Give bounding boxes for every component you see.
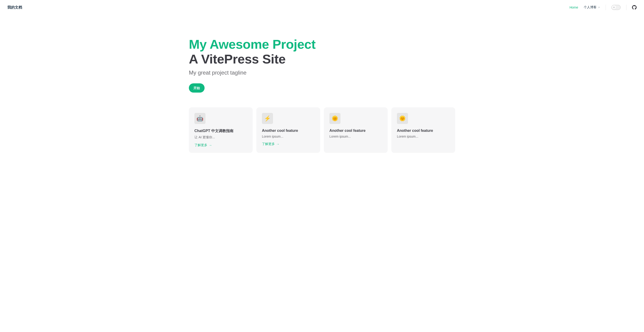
sun-face-icon: 🌞 bbox=[399, 115, 406, 122]
theme-toggle[interactable] bbox=[612, 5, 621, 10]
hero-section: My Awesome Project A VitePress Site My g… bbox=[189, 15, 455, 107]
feature-title: Another cool feature bbox=[262, 129, 314, 133]
feature-card[interactable]: 🌞 Another cool feature Lorem ipsum... bbox=[324, 107, 388, 153]
feature-title: Another cool feature bbox=[397, 129, 450, 133]
feature-details: 让 AI 更懂你... bbox=[194, 135, 247, 140]
nav-link-label: Home bbox=[570, 5, 578, 9]
feature-link-text: 了解更多 bbox=[262, 142, 275, 146]
feature-icon-box: ⚡ bbox=[262, 113, 273, 124]
feature-title: Another cool feature bbox=[330, 129, 382, 133]
feature-details: Lorem ipsum... bbox=[397, 135, 450, 138]
nav-link-home[interactable]: Home bbox=[570, 5, 578, 9]
feature-title: ChatGPT 中文调教指南 bbox=[194, 129, 247, 134]
arrow-right-icon: → bbox=[276, 142, 280, 146]
nav-link-blog[interactable]: 个人博客 bbox=[584, 5, 600, 9]
sun-face-icon: 🌞 bbox=[332, 115, 338, 122]
features-grid: 🤖 ChatGPT 中文调教指南 让 AI 更懂你... 了解更多 → ⚡ An… bbox=[189, 107, 455, 164]
feature-link[interactable]: 了解更多 → bbox=[194, 143, 247, 147]
hero-actions: 开始 bbox=[189, 83, 455, 93]
feature-details: Lorem ipsum... bbox=[262, 135, 314, 138]
hero-name: My Awesome Project bbox=[189, 37, 455, 52]
hero-text: A VitePress Site bbox=[189, 52, 455, 66]
nav-divider bbox=[626, 4, 626, 10]
feature-card[interactable]: ⚡ Another cool feature Lorem ipsum... 了解… bbox=[256, 107, 320, 153]
sun-icon bbox=[612, 6, 615, 9]
feature-card[interactable]: 🌞 Another cool feature Lorem ipsum... bbox=[391, 107, 455, 153]
top-nav: 我的文档 Home 个人博客 bbox=[0, 0, 644, 15]
feature-card[interactable]: 🤖 ChatGPT 中文调教指南 让 AI 更懂你... 了解更多 → bbox=[189, 107, 253, 153]
feature-link-text: 了解更多 bbox=[194, 143, 207, 147]
robot-icon: 🤖 bbox=[196, 115, 204, 122]
arrow-right-icon: → bbox=[209, 143, 212, 147]
theme-toggle-knob bbox=[612, 5, 616, 9]
svg-point-0 bbox=[614, 7, 614, 8]
lightning-icon: ⚡ bbox=[264, 115, 271, 122]
main-container: My Awesome Project A VitePress Site My g… bbox=[174, 15, 470, 164]
github-icon bbox=[632, 5, 636, 10]
feature-icon-box: 🌞 bbox=[330, 113, 340, 124]
site-title[interactable]: 我的文档 bbox=[8, 5, 22, 10]
hero-tagline: My great project tagline bbox=[189, 69, 455, 76]
start-button[interactable]: 开始 bbox=[189, 83, 204, 93]
feature-details: Lorem ipsum... bbox=[330, 135, 382, 138]
external-link-icon bbox=[598, 6, 600, 9]
nav-right: Home 个人博客 bbox=[570, 4, 636, 10]
github-link[interactable] bbox=[632, 5, 636, 10]
feature-link[interactable]: 了解更多 → bbox=[262, 142, 314, 146]
nav-link-label: 个人博客 bbox=[584, 5, 596, 9]
feature-icon-box: 🌞 bbox=[397, 113, 408, 124]
feature-icon-box: 🤖 bbox=[194, 113, 206, 124]
